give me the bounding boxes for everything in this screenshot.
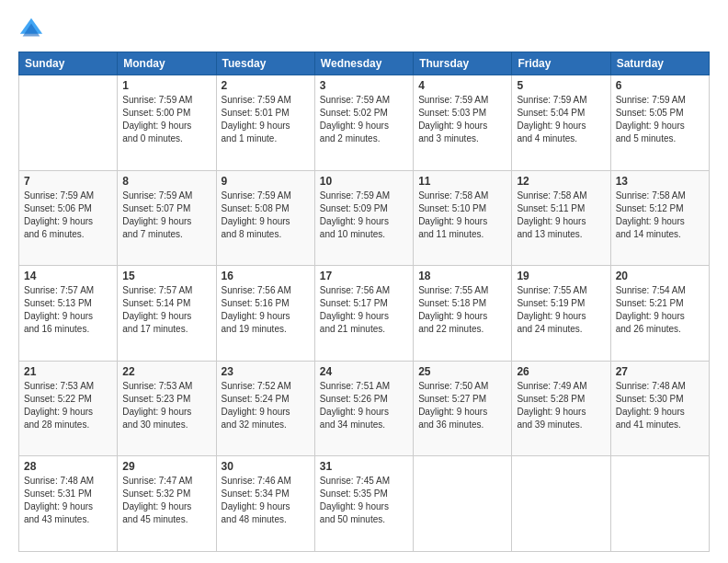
day-number: 2 [222, 79, 310, 92]
calendar-cell: 4Sunrise: 7:59 AM Sunset: 5:03 PM Daylig… [414, 75, 512, 171]
day-number: 20 [616, 270, 704, 282]
day-number: 11 [418, 175, 506, 188]
day-info: Sunrise: 7:59 AM Sunset: 5:04 PM Dayligh… [517, 94, 605, 145]
calendar-cell: 6Sunrise: 7:59 AM Sunset: 5:05 PM Daylig… [610, 75, 709, 171]
day-info: Sunrise: 7:59 AM Sunset: 5:07 PM Dayligh… [122, 190, 210, 241]
calendar-cell: 13Sunrise: 7:58 AM Sunset: 5:12 PM Dayli… [610, 170, 709, 266]
calendar-cell: 15Sunrise: 7:57 AM Sunset: 5:14 PM Dayli… [118, 266, 216, 362]
day-info: Sunrise: 7:59 AM Sunset: 5:08 PM Dayligh… [222, 190, 310, 241]
day-number: 29 [122, 460, 210, 473]
day-info: Sunrise: 7:46 AM Sunset: 5:34 PM Dayligh… [222, 475, 310, 526]
day-number: 4 [418, 79, 506, 92]
day-number: 31 [320, 460, 408, 473]
header-day: Saturday [610, 52, 709, 75]
day-info: Sunrise: 7:57 AM Sunset: 5:14 PM Dayligh… [122, 284, 210, 336]
day-info: Sunrise: 7:58 AM Sunset: 5:12 PM Dayligh… [616, 190, 704, 241]
calendar-cell: 31Sunrise: 7:45 AM Sunset: 5:35 PM Dayli… [314, 456, 413, 552]
day-info: Sunrise: 7:54 AM Sunset: 5:21 PM Dayligh… [616, 284, 704, 336]
day-number: 12 [517, 175, 605, 188]
day-info: Sunrise: 7:53 AM Sunset: 5:23 PM Dayligh… [122, 380, 210, 431]
day-info: Sunrise: 7:51 AM Sunset: 5:26 PM Dayligh… [320, 380, 408, 431]
calendar-cell: 12Sunrise: 7:58 AM Sunset: 5:11 PM Dayli… [512, 170, 610, 266]
page: SundayMondayTuesdayWednesdayThursdayFrid… [0, 0, 728, 563]
calendar-cell: 26Sunrise: 7:49 AM Sunset: 5:28 PM Dayli… [512, 361, 610, 456]
day-number: 14 [24, 270, 112, 282]
day-info: Sunrise: 7:58 AM Sunset: 5:10 PM Dayligh… [418, 190, 506, 241]
calendar-week-row: 21Sunrise: 7:53 AM Sunset: 5:22 PM Dayli… [19, 361, 710, 456]
day-info: Sunrise: 7:58 AM Sunset: 5:11 PM Dayligh… [517, 190, 605, 241]
calendar-cell [414, 456, 512, 552]
header-day: Sunday [19, 52, 118, 75]
day-info: Sunrise: 7:59 AM Sunset: 5:03 PM Dayligh… [418, 94, 506, 145]
calendar-cell: 24Sunrise: 7:51 AM Sunset: 5:26 PM Dayli… [314, 361, 413, 456]
day-info: Sunrise: 7:55 AM Sunset: 5:18 PM Dayligh… [418, 284, 506, 336]
header-day: Thursday [414, 52, 512, 75]
day-info: Sunrise: 7:49 AM Sunset: 5:28 PM Dayligh… [517, 380, 605, 431]
calendar-cell [610, 456, 709, 552]
calendar-cell: 3Sunrise: 7:59 AM Sunset: 5:02 PM Daylig… [314, 75, 413, 171]
calendar-table: SundayMondayTuesdayWednesdayThursdayFrid… [18, 52, 710, 552]
calendar-cell: 18Sunrise: 7:55 AM Sunset: 5:18 PM Dayli… [414, 266, 512, 362]
calendar-cell: 27Sunrise: 7:48 AM Sunset: 5:30 PM Dayli… [610, 361, 709, 456]
header-day: Wednesday [314, 52, 413, 75]
day-number: 10 [320, 175, 408, 188]
header [18, 17, 710, 42]
calendar-cell: 22Sunrise: 7:53 AM Sunset: 5:23 PM Dayli… [118, 361, 216, 456]
calendar-cell: 23Sunrise: 7:52 AM Sunset: 5:24 PM Dayli… [216, 361, 314, 456]
calendar-cell: 5Sunrise: 7:59 AM Sunset: 5:04 PM Daylig… [512, 75, 610, 171]
calendar-week-row: 7Sunrise: 7:59 AM Sunset: 5:06 PM Daylig… [19, 170, 710, 266]
day-info: Sunrise: 7:52 AM Sunset: 5:24 PM Dayligh… [222, 380, 310, 431]
calendar-week-row: 1Sunrise: 7:59 AM Sunset: 5:00 PM Daylig… [19, 75, 710, 171]
day-number: 22 [122, 365, 210, 378]
header-row: SundayMondayTuesdayWednesdayThursdayFrid… [19, 52, 710, 75]
calendar-body: 1Sunrise: 7:59 AM Sunset: 5:00 PM Daylig… [19, 75, 710, 552]
day-info: Sunrise: 7:57 AM Sunset: 5:13 PM Dayligh… [24, 284, 112, 336]
day-number: 24 [320, 365, 408, 378]
calendar-cell: 9Sunrise: 7:59 AM Sunset: 5:08 PM Daylig… [216, 170, 314, 266]
day-number: 23 [222, 365, 310, 378]
day-number: 15 [122, 270, 210, 282]
logo [18, 17, 48, 42]
day-number: 19 [517, 270, 605, 282]
day-info: Sunrise: 7:48 AM Sunset: 5:30 PM Dayligh… [616, 380, 704, 431]
day-number: 27 [616, 365, 704, 378]
calendar-cell: 16Sunrise: 7:56 AM Sunset: 5:16 PM Dayli… [216, 266, 314, 362]
calendar-cell: 28Sunrise: 7:48 AM Sunset: 5:31 PM Dayli… [19, 456, 118, 552]
day-number: 17 [320, 270, 408, 282]
day-number: 25 [418, 365, 506, 378]
day-info: Sunrise: 7:50 AM Sunset: 5:27 PM Dayligh… [418, 380, 506, 431]
calendar-cell: 30Sunrise: 7:46 AM Sunset: 5:34 PM Dayli… [216, 456, 314, 552]
day-info: Sunrise: 7:48 AM Sunset: 5:31 PM Dayligh… [24, 475, 112, 526]
calendar-header: SundayMondayTuesdayWednesdayThursdayFrid… [19, 52, 710, 75]
day-number: 5 [517, 79, 605, 92]
day-info: Sunrise: 7:59 AM Sunset: 5:01 PM Dayligh… [222, 94, 310, 145]
calendar-cell: 1Sunrise: 7:59 AM Sunset: 5:00 PM Daylig… [118, 75, 216, 171]
day-info: Sunrise: 7:59 AM Sunset: 5:05 PM Dayligh… [616, 94, 704, 145]
day-info: Sunrise: 7:53 AM Sunset: 5:22 PM Dayligh… [24, 380, 112, 431]
day-number: 26 [517, 365, 605, 378]
calendar-cell: 11Sunrise: 7:58 AM Sunset: 5:10 PM Dayli… [414, 170, 512, 266]
calendar-cell [19, 75, 118, 171]
calendar-cell: 10Sunrise: 7:59 AM Sunset: 5:09 PM Dayli… [314, 170, 413, 266]
header-day: Tuesday [216, 52, 314, 75]
calendar-week-row: 28Sunrise: 7:48 AM Sunset: 5:31 PM Dayli… [19, 456, 710, 552]
calendar-cell: 19Sunrise: 7:55 AM Sunset: 5:19 PM Dayli… [512, 266, 610, 362]
calendar-cell [512, 456, 610, 552]
day-number: 7 [24, 175, 112, 188]
calendar-cell: 7Sunrise: 7:59 AM Sunset: 5:06 PM Daylig… [19, 170, 118, 266]
calendar-week-row: 14Sunrise: 7:57 AM Sunset: 5:13 PM Dayli… [19, 266, 710, 362]
header-day: Monday [118, 52, 216, 75]
day-info: Sunrise: 7:56 AM Sunset: 5:17 PM Dayligh… [320, 284, 408, 336]
calendar-cell: 25Sunrise: 7:50 AM Sunset: 5:27 PM Dayli… [414, 361, 512, 456]
calendar-cell: 14Sunrise: 7:57 AM Sunset: 5:13 PM Dayli… [19, 266, 118, 362]
day-number: 18 [418, 270, 506, 282]
day-number: 28 [24, 460, 112, 473]
day-number: 21 [24, 365, 112, 378]
calendar-cell: 21Sunrise: 7:53 AM Sunset: 5:22 PM Dayli… [19, 361, 118, 456]
day-info: Sunrise: 7:59 AM Sunset: 5:00 PM Dayligh… [122, 94, 210, 145]
day-number: 8 [122, 175, 210, 188]
day-number: 6 [616, 79, 704, 92]
calendar-cell: 20Sunrise: 7:54 AM Sunset: 5:21 PM Dayli… [610, 266, 709, 362]
calendar-cell: 17Sunrise: 7:56 AM Sunset: 5:17 PM Dayli… [314, 266, 413, 362]
day-info: Sunrise: 7:59 AM Sunset: 5:02 PM Dayligh… [320, 94, 408, 145]
